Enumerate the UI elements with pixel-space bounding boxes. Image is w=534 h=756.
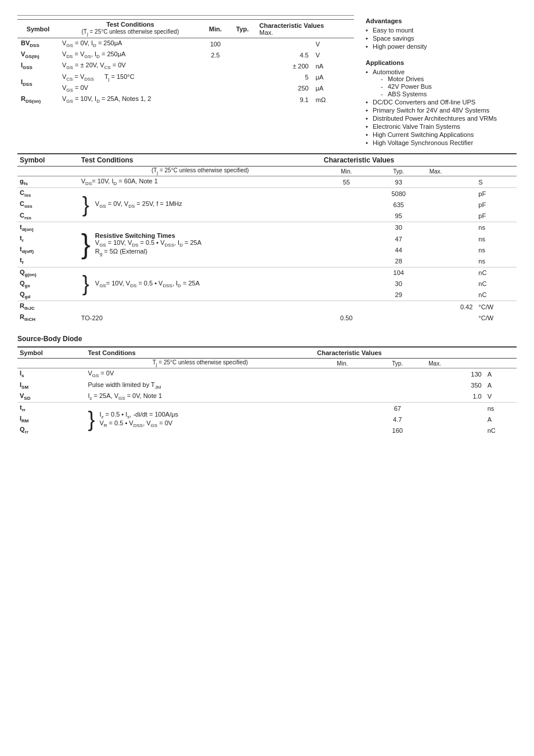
max-cell <box>426 267 477 278</box>
main-symbol-subheader <box>17 167 79 176</box>
typ-cell: 44 <box>371 244 426 255</box>
top-symbol-header: Symbol <box>17 20 59 38</box>
unit-cell: A <box>485 414 517 425</box>
min-cell <box>315 368 370 380</box>
max-cell: 4.5 <box>256 49 312 60</box>
max-cell: ± 200 <box>256 60 312 71</box>
condition-cell: Resistive Switching Times VGS = 10V, VDS… <box>93 222 322 267</box>
condition-cell: VGS = 10V, ID = 25A, Notes 1, 2 <box>59 94 202 105</box>
separator-top <box>17 15 354 16</box>
min-cell <box>202 83 229 94</box>
min-cell <box>315 403 370 414</box>
table-row: RthJC 0.42 °C/W <box>17 301 517 313</box>
typ-cell <box>229 83 255 94</box>
table-row: Qg(on) } VGS= 10V, VDS = 0.5 • VDSS, ID … <box>17 267 517 278</box>
main-table-header-row: Symbol Test Conditions Characteristic Va… <box>17 154 517 167</box>
max-cell <box>426 278 477 290</box>
symbol-cell: td(on) <box>17 222 79 233</box>
unit-cell: A <box>485 368 517 380</box>
min-cell <box>322 233 371 244</box>
condition-cell: TO-220 <box>79 312 322 323</box>
sd-min-subheader: Min. <box>315 359 370 368</box>
unit-cell: nC <box>476 290 517 301</box>
typ-cell: 95 <box>371 211 426 222</box>
unit-cell: pF <box>476 199 517 210</box>
condition-cell: Pulse width limited by TJM <box>85 380 315 391</box>
typ-cell <box>229 72 255 83</box>
symbol-cell: Qrr <box>17 425 85 436</box>
unit-cell: pF <box>476 211 517 222</box>
typ-cell: 635 <box>371 199 426 210</box>
condition-cell: VGS = 0V <box>59 83 202 94</box>
min-cell <box>322 244 371 255</box>
unit-cell: V <box>312 38 354 50</box>
unit-cell: μA <box>312 72 354 83</box>
min-cell <box>322 267 371 278</box>
advantages-title: Advantages <box>366 17 517 24</box>
sd-conditions-subheader: Tj = 25°C unless otherwise specified) <box>85 359 315 368</box>
table-row: trr } Iz = 0.5 • Is, -di/dt = 100A/μs VR… <box>17 403 517 414</box>
condition-cell <box>79 301 322 313</box>
unit-cell: ns <box>476 233 517 244</box>
symbol-cell: IRM <box>17 414 85 425</box>
source-diode-subheader: Tj = 25°C unless otherwise specified) Mi… <box>17 359 517 368</box>
min-cell <box>322 278 371 290</box>
source-diode-title: Source-Body Diode <box>17 335 517 343</box>
main-conditions-header: Test Conditions <box>79 154 322 167</box>
symbol-cell: tf <box>17 255 79 267</box>
brace-cell: } <box>85 403 97 436</box>
top-conditions-header: Test Conditions(Tj = 25°C unless otherwi… <box>59 20 202 38</box>
main-table-container: Symbol Test Conditions Characteristic Va… <box>17 153 517 323</box>
min-cell <box>315 425 370 436</box>
min-cell <box>315 391 370 403</box>
condition-cell: Iz = 0.5 • Is, -di/dt = 100A/μs VR = 0.5… <box>97 403 315 436</box>
table-row: Ciss } VGS = 0V, VDS = 25V, f = 1MHz 508… <box>17 188 517 200</box>
symbol-cell: IDSS <box>17 72 59 94</box>
list-item: Automotive Motor Drives 42V Power Bus AB… <box>366 68 517 97</box>
min-cell <box>322 290 371 301</box>
max-cell <box>426 211 477 222</box>
main-max-subheader: Max. <box>426 167 477 176</box>
typ-cell <box>370 368 425 380</box>
condition-cell: VGS = 0V <box>85 368 315 380</box>
min-cell: 100 <box>202 38 229 50</box>
max-cell: 130 <box>425 368 485 380</box>
brace-cell: } <box>79 222 93 267</box>
unit-cell: ns <box>476 222 517 233</box>
max-cell <box>426 312 477 323</box>
unit-cell: nC <box>476 267 517 278</box>
unit-cell: μA <box>312 83 354 94</box>
sd-char-header: Characteristic Values <box>315 347 485 359</box>
table-row: RDS(on) VGS = 10V, ID = 25A, Notes 1, 2 … <box>17 94 354 105</box>
unit-cell: °C/W <box>476 301 517 313</box>
table-row: VGS = 0V 250 μA <box>17 83 354 94</box>
max-cell: 1.0 <box>425 391 485 403</box>
sub-list-item: 42V Power Bus <box>381 83 517 90</box>
typ-cell: 4.7 <box>370 414 425 425</box>
max-cell <box>426 222 477 233</box>
max-cell: 0.42 <box>426 301 477 313</box>
typ-cell: 160 <box>370 425 425 436</box>
condition-cell: VGS = 0V, ID = 250μA <box>59 38 202 50</box>
typ-cell <box>229 60 255 71</box>
advantages-section: Advantages Easy to mount Space savings H… <box>366 17 517 50</box>
sd-max-subheader: Max. <box>425 359 485 368</box>
max-cell <box>426 199 477 210</box>
typ-cell <box>370 391 425 403</box>
sd-symbol-subheader <box>17 359 85 368</box>
max-cell <box>426 233 477 244</box>
symbol-cell: tr <box>17 233 79 244</box>
table-row: Is VGS = 0V 130 A <box>17 368 517 380</box>
symbol-cell: VGS(th) <box>17 49 59 60</box>
symbol-cell: ISM <box>17 380 85 391</box>
main-symbol-header: Symbol <box>17 154 79 167</box>
unit-cell: ns <box>476 255 517 267</box>
unit-cell: nC <box>476 278 517 290</box>
top-min-header: Min. <box>202 20 229 38</box>
sub-list-item: ABS Systems <box>381 91 517 97</box>
min-cell <box>315 414 370 425</box>
min-cell <box>322 211 371 222</box>
sd-conditions-header: Test Conditions <box>85 347 315 359</box>
list-item: High Voltage Synchronous Rectifier <box>366 139 517 146</box>
main-table: Symbol Test Conditions Characteristic Va… <box>17 153 517 323</box>
